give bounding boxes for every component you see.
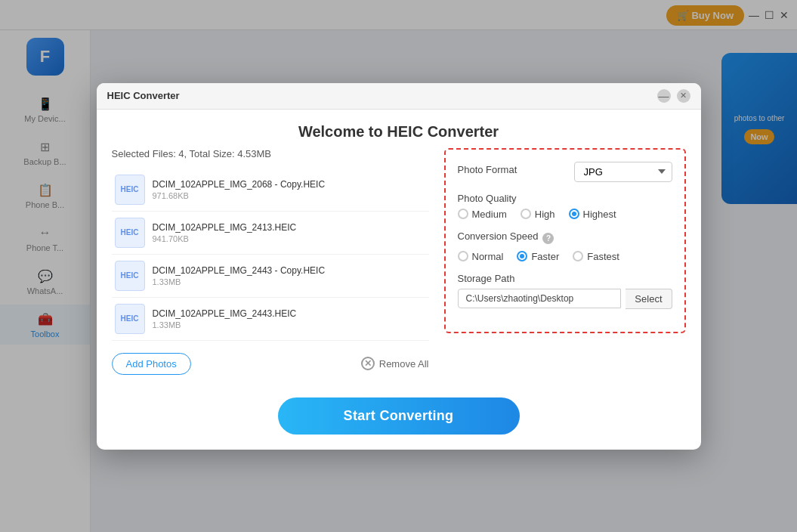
photo-format-label: Photo Format [458,164,517,175]
quality-high-radio[interactable] [521,209,531,219]
remove-all-icon: ✕ [361,357,375,370]
speed-faster-radio[interactable] [517,251,527,261]
file-info: DCIM_102APPLE_IMG_2443 - Copy.HEIC 1.33M… [153,265,426,286]
file-info: DCIM_102APPLE_IMG_2443.HEIC 1.33MB [153,308,426,329]
photo-quality-label: Photo Quality [458,193,672,204]
speed-normal-radio[interactable] [458,251,468,261]
photo-format-setting: Photo Format JPG PNG BMP TIFF [458,162,672,182]
heic-converter-modal: HEIC Converter ― ✕ Welcome to HEIC Conve… [97,83,701,450]
remove-all-label: Remove All [379,358,429,370]
conversion-speed-label: Conversion Speed [458,230,539,242]
file-info: DCIM_102APPLE_IMG_2413.HEIC 941.70KB [153,222,426,243]
quality-highest-option[interactable]: Highest [569,209,616,220]
table-row: HEIC DCIM_102APPLE_IMG_2068 - Copy.HEIC … [112,169,429,212]
speed-label-row: Conversion Speed ? [458,230,672,246]
speed-faster-option[interactable]: Faster [517,251,559,262]
file-thumbnail: HEIC [115,175,145,205]
quality-medium-label: Medium [472,209,507,220]
file-size: 971.68KB [153,191,426,200]
file-size: 941.70KB [153,234,426,243]
storage-path-input[interactable] [458,289,622,308]
modal-overlay: HEIC Converter ― ✕ Welcome to HEIC Conve… [0,0,797,532]
file-thumbnail: HEIC [115,261,145,291]
speed-fastest-radio[interactable] [573,251,583,261]
quality-high-option[interactable]: High [521,209,555,220]
speed-fastest-option[interactable]: Fastest [573,251,619,262]
modal-title: HEIC Converter [107,90,180,101]
start-converting-wrapper: Start Converting [97,390,701,450]
storage-path-setting: Storage Path Select [458,273,672,309]
photo-format-select[interactable]: JPG PNG BMP TIFF [574,162,672,182]
format-select-wrapper: JPG PNG BMP TIFF [574,162,672,182]
conversion-speed-setting: Conversion Speed ? Normal Faster [458,230,672,262]
file-info: DCIM_102APPLE_IMG_2068 - Copy.HEIC 971.6… [153,179,426,200]
file-name: DCIM_102APPLE_IMG_2443.HEIC [153,308,426,319]
photo-quality-setting: Photo Quality Medium High Highest [458,193,672,220]
start-converting-button[interactable]: Start Converting [278,397,520,435]
format-row: Photo Format JPG PNG BMP TIFF [458,162,672,182]
file-size: 1.33MB [153,320,426,329]
modal-minimize-button[interactable]: ― [657,89,671,103]
storage-path-label: Storage Path [458,273,672,284]
modal-heading: Welcome to HEIC Converter [97,110,701,148]
file-list-actions: Add Photos ✕ Remove All [112,353,429,375]
quality-medium-radio[interactable] [458,209,468,219]
remove-all-button[interactable]: ✕ Remove All [361,357,429,370]
add-photos-button[interactable]: Add Photos [112,353,191,375]
modal-body: Selected Files: 4, Total Size: 4.53MB HE… [97,148,701,390]
quality-highest-radio[interactable] [569,209,579,219]
speed-fastest-label: Fastest [587,251,619,262]
selected-files-info: Selected Files: 4, Total Size: 4.53MB [112,148,429,159]
file-thumbnail: HEIC [115,218,145,248]
file-size: 1.33MB [153,277,426,286]
table-row: HEIC DCIM_102APPLE_IMG_2413.HEIC 941.70K… [112,212,429,255]
storage-path-row: Select [458,289,672,309]
speed-faster-label: Faster [531,251,559,262]
quality-high-label: High [535,209,555,220]
file-list-panel: Selected Files: 4, Total Size: 4.53MB HE… [112,148,429,375]
conversion-speed-radio-group: Normal Faster Fastest [458,251,672,262]
file-name: DCIM_102APPLE_IMG_2068 - Copy.HEIC [153,179,426,190]
file-thumbnail: HEIC [115,304,145,334]
file-name: DCIM_102APPLE_IMG_2413.HEIC [153,222,426,233]
speed-normal-option[interactable]: Normal [458,251,504,262]
speed-normal-label: Normal [472,251,504,262]
select-path-button[interactable]: Select [626,289,672,309]
modal-close-button[interactable]: ✕ [677,89,690,103]
photo-quality-radio-group: Medium High Highest [458,209,672,220]
quality-medium-option[interactable]: Medium [458,209,507,220]
table-row: HEIC DCIM_102APPLE_IMG_2443 - Copy.HEIC … [112,255,429,298]
help-icon[interactable]: ? [542,233,554,244]
table-row: HEIC DCIM_102APPLE_IMG_2443.HEIC 1.33MB [112,298,429,341]
modal-window-controls: ― ✕ [657,89,690,103]
modal-titlebar: HEIC Converter ― ✕ [97,83,701,110]
quality-highest-label: Highest [583,209,616,220]
settings-panel: Photo Format JPG PNG BMP TIFF P [444,148,686,333]
file-name: DCIM_102APPLE_IMG_2443 - Copy.HEIC [153,265,426,276]
